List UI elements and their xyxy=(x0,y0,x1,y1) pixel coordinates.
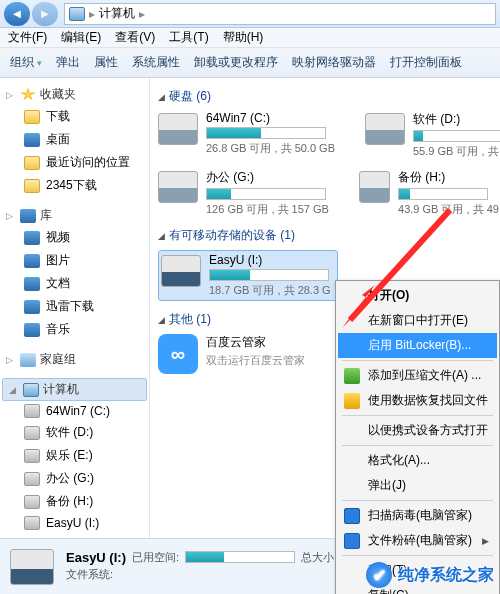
drive-icon xyxy=(158,171,198,203)
drive-c[interactable]: 64Win7 (C:) 26.8 GB 可用 , 共 50.0 GB xyxy=(158,111,335,159)
menu-help[interactable]: 帮助(H) xyxy=(223,29,264,46)
desktop-icon xyxy=(24,133,40,147)
drive-usage: 126 GB 可用 , 共 157 GB xyxy=(206,202,329,217)
sidebar-item-2345[interactable]: 2345下载 xyxy=(0,174,149,197)
menu-view[interactable]: 查看(V) xyxy=(115,29,155,46)
shred-icon xyxy=(344,533,360,549)
recent-icon xyxy=(24,156,40,170)
sidebar-drive-h[interactable]: 备份 (H:) xyxy=(0,490,149,513)
sidebar-item-documents[interactable]: 文档 xyxy=(0,272,149,295)
drive-icon xyxy=(24,449,40,463)
group-removable[interactable]: ◢有可移动存储的设备 (1) xyxy=(158,227,492,244)
sidebar-item-music[interactable]: 音乐 xyxy=(0,318,149,341)
drive-icon xyxy=(158,113,198,145)
sidebar: ▷收藏夹 下载 桌面 最近访问的位置 2345下载 ▷库 视频 图片 文档 迅雷… xyxy=(0,78,150,538)
drive-icon xyxy=(24,472,40,486)
cm-separator xyxy=(342,415,493,416)
menu-tools[interactable]: 工具(T) xyxy=(169,29,208,46)
sidebar-drive-c[interactable]: 64Win7 (C:) xyxy=(0,401,149,421)
drive-d[interactable]: 软件 (D:) 55.9 GB 可用 , 共 xyxy=(365,111,500,159)
folder-icon xyxy=(24,110,40,124)
drive-name: EasyU (I:) xyxy=(209,253,335,267)
address-bar[interactable]: ▸ 计算机 ▸ xyxy=(64,3,496,25)
usb-drive-icon xyxy=(161,255,201,287)
toolbar-organize[interactable]: 组织 xyxy=(10,54,42,71)
sidebar-item-videos[interactable]: 视频 xyxy=(0,226,149,249)
details-fs-label: 文件系统: xyxy=(66,567,113,582)
drive-name: 办公 (G:) xyxy=(206,169,329,186)
titlebar: ◄ ► ▸ 计算机 ▸ xyxy=(0,0,500,28)
breadcrumb-sep-2: ▸ xyxy=(139,7,145,21)
sidebar-drive-e[interactable]: 娱乐 (E:) xyxy=(0,444,149,467)
details-name: EasyU (I:) xyxy=(66,550,126,565)
drive-g[interactable]: 办公 (G:) 126 GB 可用 , 共 157 GB xyxy=(158,169,329,217)
watermark-text: 纯净系统之家 xyxy=(398,565,494,586)
menu-edit[interactable]: 编辑(E) xyxy=(61,29,101,46)
usb-drive-icon xyxy=(10,549,54,585)
cm-eject[interactable]: 弹出(J) xyxy=(338,473,497,498)
drive-icon xyxy=(24,426,40,440)
drive-h[interactable]: 备份 (H:) 43.9 GB 可用 , 共 49 xyxy=(359,169,499,217)
cm-portable-device[interactable]: 以便携式设备方式打开 xyxy=(338,418,497,443)
capacity-bar xyxy=(398,188,488,200)
details-capacity-bar xyxy=(185,551,295,563)
toolbar-controlpanel[interactable]: 打开控制面板 xyxy=(390,54,462,71)
cm-scan-virus[interactable]: 扫描病毒(电脑管家) xyxy=(338,503,497,528)
drive-name: 64Win7 (C:) xyxy=(206,111,335,125)
cm-open[interactable]: 打开(O) xyxy=(338,283,497,308)
cm-separator xyxy=(342,555,493,556)
drive-name: 软件 (D:) xyxy=(413,111,500,128)
sidebar-item-pictures[interactable]: 图片 xyxy=(0,249,149,272)
capacity-bar xyxy=(206,188,326,200)
cm-file-shred[interactable]: 文件粉碎(电脑管家)▶ xyxy=(338,528,497,553)
menu-file[interactable]: 文件(F) xyxy=(8,29,47,46)
video-icon xyxy=(24,231,40,245)
toolbar: 组织 弹出 属性 系统属性 卸载或更改程序 映射网络驱动器 打开控制面板 xyxy=(0,48,500,78)
breadcrumb-sep: ▸ xyxy=(89,7,95,21)
drive-usage: 18.7 GB 可用 , 共 28.3 G xyxy=(209,283,335,298)
toolbar-properties[interactable]: 属性 xyxy=(94,54,118,71)
shield-icon xyxy=(344,508,360,524)
sidebar-item-desktop[interactable]: 桌面 xyxy=(0,128,149,151)
sidebar-computer-head[interactable]: ◢计算机 xyxy=(2,378,147,401)
capacity-bar xyxy=(209,269,329,281)
sidebar-drive-g[interactable]: 办公 (G:) xyxy=(0,467,149,490)
sidebar-item-recent[interactable]: 最近访问的位置 xyxy=(0,151,149,174)
toolbar-syssettings[interactable]: 系统属性 xyxy=(132,54,180,71)
sidebar-favorites-head[interactable]: ▷收藏夹 xyxy=(0,84,149,105)
sidebar-item-xunlei[interactable]: 迅雷下载 xyxy=(0,295,149,318)
group-hdd[interactable]: ◢硬盘 (6) xyxy=(158,88,492,105)
other-baidu[interactable]: ∞ 百度云管家 双击运行百度云管家 xyxy=(158,334,338,374)
drive-i-selected[interactable]: EasyU (I:) 18.7 GB 可用 , 共 28.3 G xyxy=(158,250,338,301)
cm-open-new-window[interactable]: 在新窗口中打开(E) xyxy=(338,308,497,333)
toolbar-uninstall[interactable]: 卸载或更改程序 xyxy=(194,54,278,71)
sidebar-drive-i[interactable]: EasyU (I:) xyxy=(0,513,149,533)
drive-usage: 55.9 GB 可用 , 共 xyxy=(413,144,500,159)
watermark: ✔ 纯净系统之家 xyxy=(366,562,494,588)
sidebar-libraries-head[interactable]: ▷库 xyxy=(0,205,149,226)
cm-add-to-zip[interactable]: 添加到压缩文件(A) ... xyxy=(338,363,497,388)
cm-format[interactable]: 格式化(A)... xyxy=(338,448,497,473)
other-desc: 双击运行百度云管家 xyxy=(206,353,338,368)
details-total-label: 总大小: xyxy=(301,550,337,565)
cm-separator xyxy=(342,360,493,361)
breadcrumb-location[interactable]: 计算机 xyxy=(99,5,135,22)
cm-data-recovery[interactable]: 使用数据恢复找回文件 xyxy=(338,388,497,413)
other-name: 百度云管家 xyxy=(206,334,338,351)
sidebar-item-downloads[interactable]: 下载 xyxy=(0,105,149,128)
drive-icon xyxy=(365,113,405,145)
nav-back-button[interactable]: ◄ xyxy=(4,2,30,26)
sidebar-homegroup-head[interactable]: ▷家庭组 xyxy=(0,349,149,370)
recovery-icon xyxy=(344,393,360,409)
drive-usage: 43.9 GB 可用 , 共 49 xyxy=(398,202,499,217)
toolbar-netdrive[interactable]: 映射网络驱动器 xyxy=(292,54,376,71)
sidebar-drive-d[interactable]: 软件 (D:) xyxy=(0,421,149,444)
toolbar-eject[interactable]: 弹出 xyxy=(56,54,80,71)
drive-icon xyxy=(24,404,40,418)
music-icon xyxy=(24,323,40,337)
computer-icon xyxy=(23,383,39,397)
homegroup-icon xyxy=(20,353,36,367)
computer-icon xyxy=(69,7,85,21)
cm-bitlocker[interactable]: 启用 BitLocker(B)... xyxy=(338,333,497,358)
picture-icon xyxy=(24,254,40,268)
